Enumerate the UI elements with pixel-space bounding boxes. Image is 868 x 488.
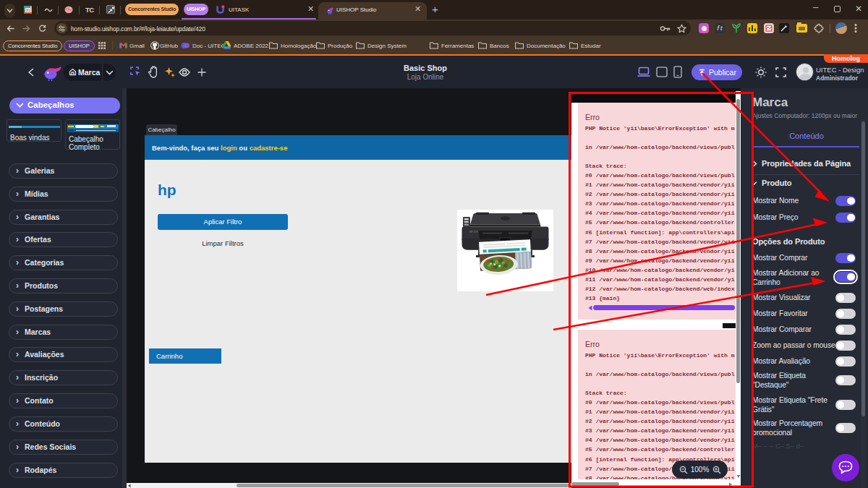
- svg-text:HP 2776: HP 2776: [469, 231, 479, 234]
